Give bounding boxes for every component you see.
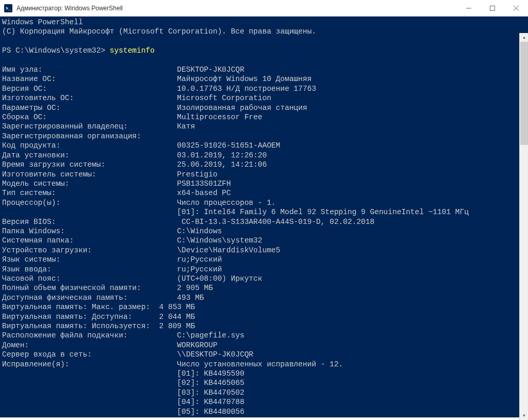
maximize-button[interactable] <box>481 0 504 17</box>
terminal-output[interactable]: Windows PowerShell (С) Корпорация Майкро… <box>0 17 528 417</box>
window-title: Администратор: Windows PowerShell <box>16 5 457 12</box>
close-button[interactable] <box>504 0 528 17</box>
scrollbar-thumb[interactable] <box>520 42 528 145</box>
titlebar[interactable]: >_ Администратор: Windows PowerShell <box>0 0 528 17</box>
vertical-scrollbar[interactable]: ▲ ▼ <box>519 33 528 420</box>
scroll-down-arrow[interactable]: ▼ <box>520 411 528 420</box>
powershell-icon: >_ <box>4 4 12 12</box>
powershell-window: >_ Администратор: Windows PowerShell Win… <box>0 0 528 420</box>
svg-rect-1 <box>490 6 495 10</box>
scrollbar-track[interactable] <box>520 42 528 411</box>
minimize-button[interactable] <box>457 0 481 17</box>
scroll-up-arrow[interactable]: ▲ <box>520 33 528 42</box>
window-controls <box>457 0 528 17</box>
